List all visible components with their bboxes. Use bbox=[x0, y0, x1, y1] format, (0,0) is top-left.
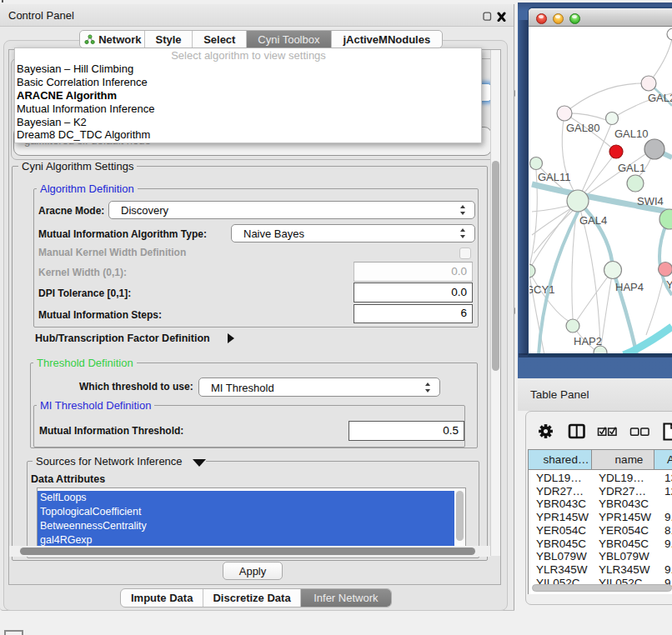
svg-text:GAL4: GAL4 bbox=[579, 214, 607, 227]
svg-text:SWI4: SWI4 bbox=[637, 195, 664, 208]
svg-text:GAL1: GAL1 bbox=[618, 162, 645, 174]
svg-text:HAP2: HAP2 bbox=[574, 335, 602, 348]
svg-text:GAL80: GAL80 bbox=[566, 122, 599, 134]
svg-text:GAL2: GAL2 bbox=[648, 92, 672, 104]
svg-text:HAP4: HAP4 bbox=[615, 281, 644, 293]
svg-text:YE: YE bbox=[666, 278, 672, 291]
svg-text:GCY1: GCY1 bbox=[529, 283, 554, 296]
svg-text:GAL11: GAL11 bbox=[538, 171, 571, 183]
svg-text:GAL10: GAL10 bbox=[614, 128, 648, 140]
